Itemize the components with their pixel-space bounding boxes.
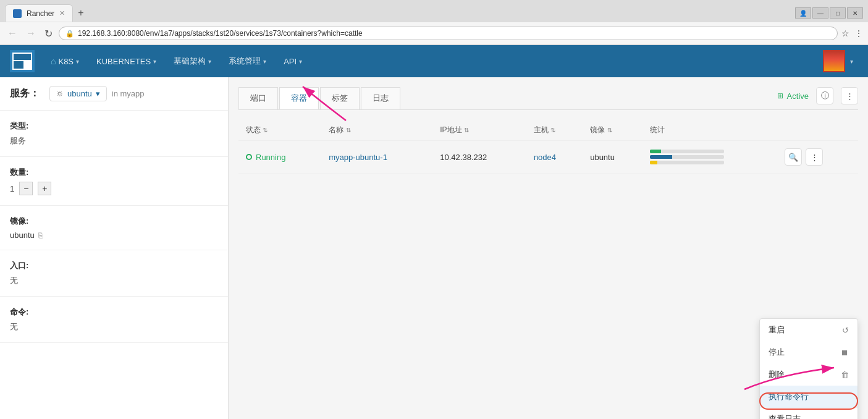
window-minimize-button[interactable]: — <box>812 7 828 19</box>
url-text: 192.168.3.160:8080/env/1a7/apps/stacks/1… <box>78 29 831 38</box>
service-in-text: in myapp <box>112 89 145 98</box>
menu-item-logs[interactable]: 查看日志 <box>760 408 857 419</box>
user-avatar-image <box>824 51 844 71</box>
col-stats-label: 统计 <box>650 125 665 134</box>
nav-infrastructure-chevron: ▾ <box>208 58 211 65</box>
new-tab-button[interactable]: + <box>73 5 88 21</box>
user-menu-chevron[interactable]: ▾ <box>845 45 858 77</box>
stats-bar-3 <box>650 161 724 164</box>
service-name-button[interactable]: ⛭ ubuntu ▾ <box>49 86 107 101</box>
sidebar-command-section: 命令: 无 <box>0 297 228 343</box>
browser-tab[interactable]: Rancher ✕ <box>5 4 73 22</box>
menu-delete-label: 删除 <box>769 369 785 380</box>
stats-bar-2 <box>650 155 724 159</box>
bookmark-icon[interactable]: ☆ <box>841 28 849 38</box>
service-name-text: ubuntu <box>67 89 92 98</box>
nav-item-k8s[interactable]: ⌂ K8S ▾ <box>42 45 88 77</box>
service-label: 服务： <box>10 87 40 100</box>
nav-infrastructure-label: 基础架构 <box>174 56 206 67</box>
sidebar-type-section: 类型: 服务 <box>0 111 228 157</box>
menu-item-exec[interactable]: 执行命令行 <box>760 386 857 408</box>
menu-item-delete[interactable]: 删除 🗑 <box>760 363 857 386</box>
user-avatar[interactable] <box>823 50 845 72</box>
stats-fill-1 <box>650 150 661 153</box>
delete-icon: 🗑 <box>841 370 849 379</box>
col-host-sort[interactable]: ⇅ <box>550 127 555 133</box>
container-name-link[interactable]: myapp-ubuntu-1 <box>329 153 387 162</box>
col-ip: IP地址 ⇅ <box>432 120 526 141</box>
main-content: ⊞ Active ⓘ ⋮ 端口 容器 标签 日志 状态 ⇅ 名称 <box>229 77 868 419</box>
more-action-button[interactable]: ⋮ <box>806 148 823 166</box>
nav-item-admin[interactable]: 系统管理 ▾ <box>220 45 275 77</box>
command-value: 无 <box>10 321 218 332</box>
nav-k8s-label: K8S <box>58 57 74 66</box>
url-bar[interactable]: 🔒 192.168.3.160:8080/env/1a7/apps/stacks… <box>59 27 838 40</box>
container-host-link[interactable]: node4 <box>534 153 556 162</box>
menu-item-restart[interactable]: 重启 ↺ <box>760 319 857 341</box>
info-button[interactable]: ⓘ <box>816 87 833 104</box>
menu-icon[interactable]: ⋮ <box>854 28 863 38</box>
tab-logs[interactable]: 日志 <box>361 87 400 109</box>
menu-exec-label: 执行命令行 <box>769 391 809 402</box>
sidebar-port-section: 入口: 无 <box>0 250 228 297</box>
menu-stop-label: 停止 <box>769 347 785 358</box>
window-controls: 👤 — □ ✕ <box>795 7 863 19</box>
row-actions-cell: 🔍 ⋮ <box>777 141 858 174</box>
row-image-cell: ubuntu <box>583 141 643 174</box>
back-button[interactable]: ← <box>5 27 20 40</box>
quantity-row: 1 − + <box>10 182 218 195</box>
stop-icon: ⏹ <box>841 348 849 357</box>
table-header-row: 状态 ⇅ 名称 ⇅ IP地址 ⇅ 主机 ⇅ <box>238 120 858 141</box>
containers-table: 状态 ⇅ 名称 ⇅ IP地址 ⇅ 主机 ⇅ <box>238 120 858 174</box>
col-image-label: 镜像 <box>590 125 605 134</box>
menu-item-stop[interactable]: 停止 ⏹ <box>760 341 857 363</box>
col-status-sort[interactable]: ⇅ <box>263 127 268 133</box>
col-image: 镜像 ⇅ <box>583 120 643 141</box>
col-host: 主机 ⇅ <box>526 120 583 141</box>
tab-port[interactable]: 端口 <box>238 87 278 109</box>
col-stats: 统计 <box>643 120 778 141</box>
tab-labels[interactable]: 标签 <box>320 87 360 109</box>
col-ip-sort[interactable]: ⇅ <box>464 127 469 133</box>
tabs-bar: 端口 容器 标签 日志 <box>238 87 858 110</box>
col-name-sort[interactable]: ⇅ <box>346 127 351 133</box>
col-image-sort[interactable]: ⇅ <box>607 127 612 133</box>
status-running: Running <box>246 153 314 162</box>
copy-icon[interactable]: ⎘ <box>38 231 43 240</box>
tab-label: Rancher <box>27 9 54 18</box>
svg-rect-2 <box>14 61 23 69</box>
stats-bars <box>650 150 770 164</box>
nav-item-infrastructure[interactable]: 基础架构 ▾ <box>165 45 220 77</box>
refresh-button[interactable]: ↻ <box>42 27 55 41</box>
menu-restart-label: 重启 <box>769 324 785 336</box>
rancher-logo[interactable] <box>10 50 35 72</box>
nav-api-label: API <box>284 57 297 66</box>
row-status-cell: Running <box>238 141 321 174</box>
rancher-navbar: ⌂ K8S ▾ KUBERNETES ▾ 基础架构 ▾ 系统管理 ▾ API ▾… <box>0 45 868 77</box>
service-name-icon: ⛭ <box>56 90 64 98</box>
stats-bar-1 <box>650 150 724 153</box>
nav-api-chevron: ▾ <box>299 58 302 65</box>
browser-chrome: Rancher ✕ + 👤 — □ ✕ ← → ↻ 🔒 192.168.3.16… <box>0 0 868 45</box>
home-icon: ⌂ <box>51 56 56 66</box>
search-action-button[interactable]: 🔍 <box>785 148 802 166</box>
quantity-increase-button[interactable]: + <box>38 182 51 195</box>
tab-close-button[interactable]: ✕ <box>59 9 65 17</box>
quantity-decrease-button[interactable]: − <box>19 182 33 195</box>
window-profile-button[interactable]: 👤 <box>795 7 811 19</box>
window-close-button[interactable]: ✕ <box>847 7 863 19</box>
service-header: 服务： ⛭ ubuntu ▾ in myapp <box>0 77 228 111</box>
nav-item-kubernetes[interactable]: KUBERNETES ▾ <box>88 45 165 77</box>
rancher-logo-svg <box>12 53 32 70</box>
nav-admin-label: 系统管理 <box>229 56 261 67</box>
more-options-button[interactable]: ⋮ <box>841 87 858 104</box>
nav-item-api[interactable]: API ▾ <box>275 45 311 77</box>
command-label: 命令: <box>10 307 218 318</box>
tab-favicon <box>13 9 22 18</box>
forward-button[interactable]: → <box>23 27 38 40</box>
image-value: ubuntu <box>10 231 35 240</box>
tab-containers[interactable]: 容器 <box>279 87 319 109</box>
quantity-value: 1 <box>10 184 14 193</box>
window-maximize-button[interactable]: □ <box>830 7 846 19</box>
col-status-label: 状态 <box>246 125 261 134</box>
